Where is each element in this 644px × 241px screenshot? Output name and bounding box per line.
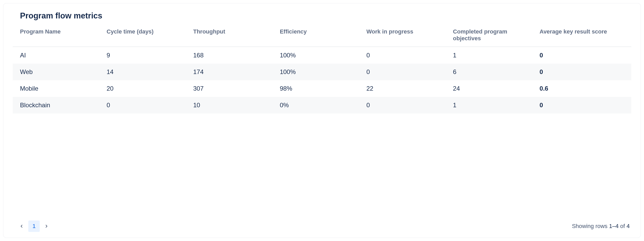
cell-efficiency: 100% [272,64,359,80]
page-number-current[interactable]: 1 [28,220,40,232]
rows-label: Showing rows [572,223,609,229]
cell-program-name: AI [13,47,99,64]
cell-completed: 6 [446,64,532,80]
cell-wip: 0 [359,97,446,113]
cell-cycle-time: 20 [99,80,186,97]
rows-of: of [619,223,627,229]
rows-total: 4 [627,223,630,229]
next-page-button[interactable] [41,221,52,231]
cell-throughput: 10 [186,97,272,113]
cell-program-name: Blockchain [13,97,99,113]
card-title: Program flow metrics [20,11,631,21]
pagination: 1 [16,220,52,232]
cell-throughput: 168 [186,47,272,64]
program-flow-metrics-card: Program flow metrics Program Name Cycle … [3,3,641,238]
cell-efficiency: 98% [272,80,359,97]
col-throughput[interactable]: Throughput [186,26,272,47]
cell-wip: 0 [359,47,446,64]
cell-throughput: 307 [186,80,272,97]
col-work-in-progress[interactable]: Work in progress [359,26,446,47]
col-completed-objectives[interactable]: Completed program objectives [446,26,532,47]
table-row: Web14174100%060 [13,64,631,80]
col-program-name[interactable]: Program Name [13,26,99,47]
cell-wip: 0 [359,64,446,80]
cell-efficiency: 0% [272,97,359,113]
cell-score: 0 [532,64,631,80]
col-cycle-time[interactable]: Cycle time (days) [99,26,186,47]
rows-range: 1–4 [609,223,619,229]
cell-program-name: Web [13,64,99,80]
chevron-left-icon [19,224,24,229]
cell-completed: 1 [446,97,532,113]
cell-cycle-time: 14 [99,64,186,80]
cell-throughput: 174 [186,64,272,80]
table-row: Mobile2030798%22240.6 [13,80,631,97]
cell-cycle-time: 9 [99,47,186,64]
cell-cycle-time: 0 [99,97,186,113]
cell-score: 0.6 [532,80,631,97]
table-header-row: Program Name Cycle time (days) Throughpu… [13,26,631,47]
cell-completed: 1 [446,47,532,64]
cell-score: 0 [532,47,631,64]
cell-wip: 22 [359,80,446,97]
prev-page-button[interactable] [16,221,27,231]
rows-showing-info: Showing rows 1–4 of 4 [572,223,630,230]
table-row: Blockchain0100%010 [13,97,631,113]
chevron-right-icon [44,224,49,229]
metrics-table: Program Name Cycle time (days) Throughpu… [13,26,631,113]
col-efficiency[interactable]: Efficiency [272,26,359,47]
cell-score: 0 [532,97,631,113]
col-avg-key-result[interactable]: Average key result score [532,26,631,47]
table-footer: 1 Showing rows 1–4 of 4 [13,220,631,232]
cell-program-name: Mobile [13,80,99,97]
cell-efficiency: 100% [272,47,359,64]
cell-completed: 24 [446,80,532,97]
table-row: AI9168100%010 [13,47,631,64]
